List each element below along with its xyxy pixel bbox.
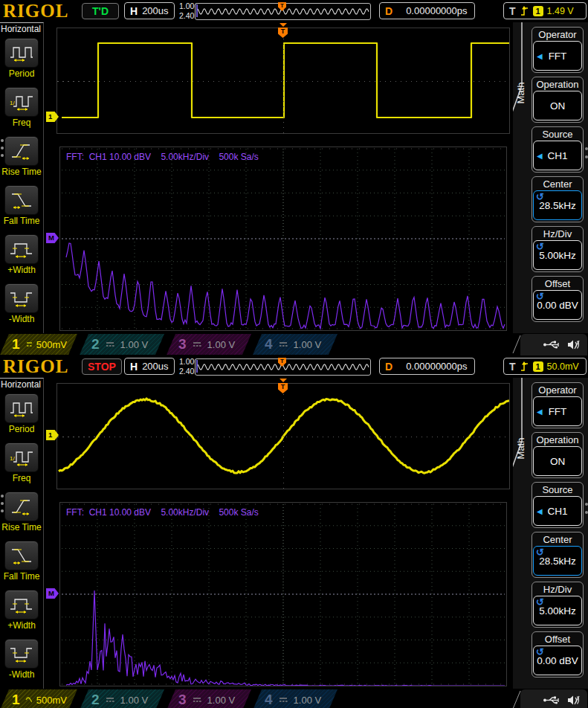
dc-coupling-icon xyxy=(277,695,289,704)
menu-item-operation[interactable]: Operation ON xyxy=(532,432,584,478)
dropdown-arrow-icon: ◀ xyxy=(537,52,543,60)
menu-item-hz-div[interactable]: Hz/Div ↺ 5.00kHz xyxy=(532,582,584,628)
channel4-chip[interactable]: 4 1.00 V xyxy=(253,334,337,355)
fall-time-icon xyxy=(9,190,34,210)
usb-icon xyxy=(543,340,560,350)
delay-label: D xyxy=(385,5,392,17)
menu-item-operator[interactable]: Operator ◀ FFT xyxy=(532,382,584,428)
sidebar-item-freq[interactable]: 1/ Freq xyxy=(0,87,43,128)
beeper-muted-icon xyxy=(567,339,580,350)
trigger-position-marker: T xyxy=(278,23,288,38)
rising-edge-icon xyxy=(520,361,529,372)
preview-cursor xyxy=(196,4,198,17)
menu-item-source[interactable]: Source ◀ CH1 xyxy=(532,482,584,528)
oscilloscope-screen-2: RIGOL STOP H 200us 1.00GSa/s 2.40M pts T… xyxy=(0,355,588,708)
sidebar-title: Horizontal xyxy=(1,24,43,34)
fft-scale-readout: FFT: CH1 10.00 dBV 5.00kHz/Div 500k Sa/s xyxy=(66,507,259,518)
top-status-bar: RIGOL T'D H 200us 1.00GSa/s 2.40M pts T … xyxy=(0,0,588,22)
horizontal-measure-sidebar: Horizontal Period 1/ Freq Ris xyxy=(0,378,44,689)
knob-icon: ↺ xyxy=(536,241,544,252)
dropdown-arrow-icon: ◀ xyxy=(537,152,543,160)
beeper-muted-icon xyxy=(567,695,580,706)
knob-icon: ↺ xyxy=(536,596,544,608)
dc-coupling-icon xyxy=(104,695,116,704)
fft-graticule: FFT: CH1 10.00 dBV 5.00kHz/Div 500k Sa/s xyxy=(59,502,507,686)
menu-page-dots xyxy=(1,139,4,161)
timebase-readout: H 200us xyxy=(124,2,175,19)
rise-time-icon xyxy=(9,141,34,161)
knob-icon: ↺ xyxy=(536,191,544,202)
menu-page-dots xyxy=(585,147,588,164)
channel1-chip[interactable]: 1 500mV xyxy=(0,689,77,708)
channel3-chip[interactable]: 3 1.00 V xyxy=(167,689,251,708)
minus-width-icon xyxy=(9,289,34,308)
horizontal-label: H xyxy=(130,5,138,17)
sidebar-item-minus-width[interactable]: -Width xyxy=(0,639,43,680)
channel1-chip[interactable]: 1 500mV xyxy=(0,334,77,355)
sidebar-item-plus-width[interactable]: +Width xyxy=(0,234,43,275)
sidebar-item-minus-width[interactable]: -Width xyxy=(0,283,43,324)
fft-graticule: FFT: CH1 10.00 dBV 5.00kHz/Div 500k Sa/s xyxy=(59,147,507,331)
menu-item-operation[interactable]: Operation ON xyxy=(532,77,584,123)
timebase-readout: H 200us xyxy=(124,358,175,375)
horizontal-label: H xyxy=(130,361,138,373)
oscilloscope-screen-1: RIGOL T'D H 200us 1.00GSa/s 2.40M pts T … xyxy=(0,0,588,355)
dropdown-arrow-icon: ◀ xyxy=(537,507,543,515)
dropdown-arrow-icon: ◀ xyxy=(537,408,543,416)
menu-item-offset[interactable]: Offset ↺ 0.00 dBV xyxy=(532,276,584,322)
math-menu: Math Operator ◀ FFT Operation ON Source … xyxy=(513,378,588,689)
sidebar-item-period[interactable]: Period xyxy=(0,393,43,434)
menu-item-hz-div[interactable]: Hz/Div ↺ 5.00kHz xyxy=(532,226,584,272)
fft-scale-readout: FFT: CH1 10.00 dBV 5.00kHz/Div 500k Sa/s xyxy=(66,152,259,162)
memory-waveform-preview: T xyxy=(195,3,371,20)
period-icon xyxy=(9,399,34,418)
knob-icon: ↺ xyxy=(536,646,544,657)
menu-item-offset[interactable]: Offset ↺ 0.00 dBV xyxy=(532,631,584,678)
freq-icon: 1/ xyxy=(9,448,34,467)
menu-item-center[interactable]: Center ↺ 28.5kHz xyxy=(532,532,584,578)
timebase-value: 200us xyxy=(142,5,168,16)
menu-item-center[interactable]: Center ↺ 28.5kHz xyxy=(532,176,584,222)
menu-item-source[interactable]: Source ◀ CH1 xyxy=(532,126,584,173)
trigger-level-value: 50.0mV xyxy=(547,361,579,372)
sidebar-item-period[interactable]: Period xyxy=(0,38,43,79)
sidebar-item-rise-time[interactable]: Rise Time xyxy=(0,136,43,177)
math-offset-marker: M xyxy=(46,588,59,599)
time-domain-graticule xyxy=(56,383,510,489)
sidebar-item-rise-time[interactable]: Rise Time xyxy=(0,492,43,532)
ac-coupling-icon xyxy=(25,695,32,704)
trigger-status-badge: T'D xyxy=(82,3,119,19)
delay-readout: D 0.00000000ps xyxy=(379,358,475,375)
freq-icon: 1/ xyxy=(9,92,34,112)
dc-coupling-icon xyxy=(191,695,203,704)
usb-icon xyxy=(543,695,560,705)
delay-value: 0.00000000ps xyxy=(406,361,467,372)
knob-icon: ↺ xyxy=(536,547,544,558)
dc-coupling-icon xyxy=(25,340,32,349)
rise-time-icon xyxy=(9,497,34,516)
dc-coupling-icon xyxy=(277,340,289,349)
menu-page-dots xyxy=(585,503,588,519)
sidebar-item-plus-width[interactable]: +Width xyxy=(0,590,43,631)
svg-text:1/: 1/ xyxy=(10,455,15,462)
sidebar-item-fall-time[interactable]: Fall Time xyxy=(0,185,43,226)
sidebar-item-freq[interactable]: 1/ Freq xyxy=(0,442,43,483)
menu-item-operator[interactable]: Operator ◀ FFT xyxy=(532,27,584,73)
knob-icon: ↺ xyxy=(536,291,544,302)
trigger-level-value: 1.49 V xyxy=(547,6,574,16)
trigger-status-badge: STOP xyxy=(82,358,122,375)
trigger-readout: T 1 50.0mV xyxy=(503,358,587,375)
trigger-readout: T 1 1.49 V xyxy=(503,2,587,19)
delay-readout: D 0.00000000ps xyxy=(379,2,475,19)
rigol-logo: RIGOL xyxy=(3,1,68,22)
trigger-position-marker: T xyxy=(278,379,288,393)
plus-width-icon xyxy=(9,239,34,259)
dc-coupling-icon xyxy=(191,340,203,349)
channel4-chip[interactable]: 4 1.00 V xyxy=(253,689,337,708)
delay-label: D xyxy=(385,361,392,373)
channel3-chip[interactable]: 3 1.00 V xyxy=(167,334,251,355)
preview-cursor xyxy=(196,360,198,373)
channel2-chip[interactable]: 2 1.00 V xyxy=(80,334,164,355)
channel2-chip[interactable]: 2 1.00 V xyxy=(80,689,164,708)
sidebar-item-fall-time[interactable]: Fall Time xyxy=(0,541,43,582)
